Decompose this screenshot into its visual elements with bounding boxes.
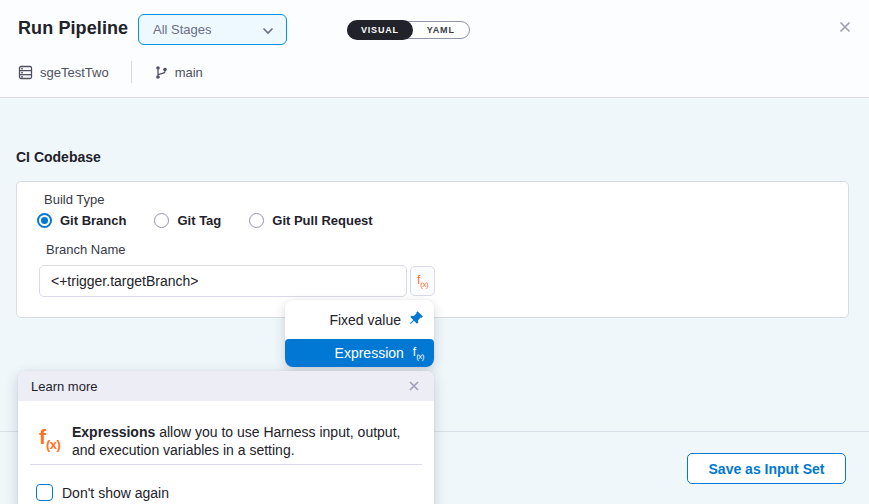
repository-icon — [18, 65, 33, 80]
radio-circle — [249, 213, 264, 228]
radio-git-branch[interactable]: Git Branch — [37, 213, 126, 228]
git-branch-icon — [154, 65, 168, 80]
tab-yaml[interactable]: YAML — [413, 21, 469, 39]
value-type-menu: Fixed value Expression f(x) — [285, 300, 434, 367]
dialog-header: Run Pipeline All Stages VISUAL YAML — [0, 0, 869, 98]
fx-icon: f(x) — [417, 274, 428, 289]
build-type-label: Build Type — [44, 192, 104, 207]
popover-description: Expressions allow you to use Harness inp… — [72, 423, 424, 459]
menu-item-expression[interactable]: Expression f(x) — [285, 339, 434, 367]
branch-name-input[interactable] — [39, 265, 407, 297]
chevron-down-icon — [262, 21, 274, 39]
meta-divider — [131, 61, 132, 83]
popover-divider — [30, 464, 422, 465]
build-type-radio-group: Git Branch Git Tag Git Pull Request — [37, 213, 373, 228]
popover-close-icon[interactable] — [407, 379, 421, 393]
dont-show-again-option[interactable]: Don't show again — [36, 484, 169, 501]
repo-name: sgeTestTwo — [40, 65, 109, 80]
popover-title: Learn more — [31, 379, 97, 394]
radio-circle-selected — [37, 213, 52, 228]
radio-circle — [154, 213, 169, 228]
branch-name: main — [175, 65, 203, 80]
pin-icon — [409, 310, 424, 329]
close-icon[interactable] — [837, 19, 853, 35]
radio-git-pull-request[interactable]: Git Pull Request — [249, 213, 372, 228]
run-pipeline-dialog: Run Pipeline All Stages VISUAL YAML — [0, 0, 869, 504]
fx-value-type-button[interactable]: f(x) — [410, 266, 435, 296]
learn-more-popover: Learn more f(x) Expressions allow you to… — [18, 371, 434, 504]
fx-icon: f(x) — [413, 346, 424, 361]
fx-icon: f(x) — [39, 426, 60, 451]
pipeline-meta-row: sgeTestTwo main — [18, 61, 203, 83]
section-title-ci-codebase: CI Codebase — [16, 149, 101, 165]
tab-visual[interactable]: VISUAL — [347, 20, 413, 40]
ci-codebase-card: Build Type Git Branch Git Tag Git Pull R… — [16, 181, 849, 318]
page-title: Run Pipeline — [18, 18, 128, 39]
save-as-input-set-button[interactable]: Save as Input Set — [687, 453, 846, 484]
dont-show-again-checkbox[interactable] — [36, 484, 53, 501]
view-toggle: VISUAL YAML — [347, 21, 470, 39]
menu-item-fixed-value[interactable]: Fixed value — [285, 300, 434, 339]
stage-selector-dropdown[interactable]: All Stages — [138, 14, 287, 45]
popover-header: Learn more — [18, 371, 434, 401]
popover-body: f(x) Expressions allow you to use Harnes… — [18, 401, 434, 459]
stage-selector-value: All Stages — [153, 22, 212, 37]
radio-git-tag[interactable]: Git Tag — [154, 213, 221, 228]
branch-name-label: Branch Name — [46, 242, 125, 257]
